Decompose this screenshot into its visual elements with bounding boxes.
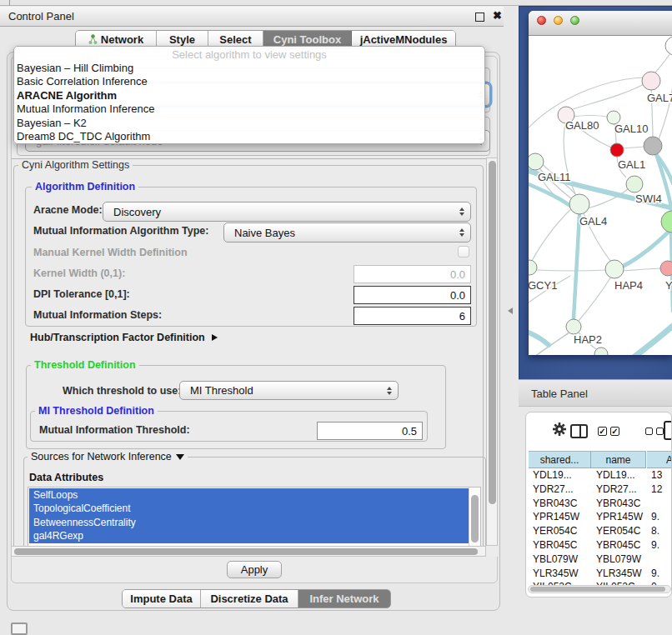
- table-cell[interactable]: YDR27...: [596, 482, 637, 497]
- vertical-scrollbar[interactable]: [486, 158, 498, 546]
- gear-icon[interactable]: [552, 422, 567, 437]
- table-cell[interactable]: YBL079W: [596, 552, 641, 567]
- page-icon[interactable]: [664, 421, 672, 440]
- table-cell[interactable]: YPR145W: [596, 510, 643, 524]
- network-edge[interactable]: [579, 277, 611, 321]
- aracne-mode-combo[interactable]: Discovery: [103, 202, 471, 222]
- split-collapse-arrow-icon[interactable]: [508, 308, 513, 314]
- mi-algorithm-type-combo[interactable]: Naive Bayes: [223, 222, 471, 242]
- table-cell[interactable]: YBR043C: [596, 497, 640, 511]
- network-edge[interactable]: [623, 268, 661, 271]
- network-window-titlebar[interactable]: [529, 11, 672, 36]
- table-cell[interactable]: YDL19...: [596, 468, 635, 482]
- hub-definition-toggle[interactable]: Hub/Transcription Factor Definition: [30, 332, 218, 343]
- table-cell[interactable]: YBL079W: [533, 552, 578, 567]
- node-swi4[interactable]: [626, 176, 643, 192]
- attribute-list-item[interactable]: BetweennessCentrality: [29, 516, 469, 529]
- apply-button[interactable]: Apply: [227, 561, 282, 578]
- attribute-list-item[interactable]: SelfLoops: [29, 488, 469, 502]
- node-label-gcy1: GCY1: [529, 279, 557, 292]
- dropdown-item[interactable]: Bayesian – Hill Climbing: [17, 62, 133, 75]
- table-cell[interactable]: YPR145W: [533, 510, 579, 524]
- tab-infer-network[interactable]: Infer Network: [298, 590, 390, 608]
- dpi-tolerance-input[interactable]: 0.0: [354, 286, 471, 304]
- network-edge-highlighted[interactable]: [622, 232, 668, 267]
- node-top-cut[interactable]: [665, 37, 672, 55]
- node-gcy1[interactable]: [529, 260, 537, 275]
- network-edge[interactable]: [570, 81, 650, 110]
- column-header-2[interactable]: name: [591, 451, 646, 468]
- mini-palette-icon[interactable]: [11, 622, 28, 635]
- node-hap4[interactable]: [605, 260, 624, 278]
- network-edge-highlighted[interactable]: [574, 215, 579, 318]
- app-root: Control Panel ✖ NetworkStyleSelectCyni T…: [0, 0, 672, 635]
- table-cell[interactable]: 12: [651, 482, 662, 497]
- node-gal1-red[interactable]: [610, 143, 624, 157]
- node-gal7[interactable]: [642, 72, 660, 90]
- float-window-icon[interactable]: [475, 12, 484, 22]
- close-traffic-light[interactable]: [537, 16, 546, 25]
- node-salmon[interactable]: [660, 261, 672, 276]
- table-cell[interactable]: 13: [651, 468, 662, 482]
- node-big-green[interactable]: [661, 211, 672, 232]
- dropdown-item[interactable]: Mutual Information Inference: [17, 102, 154, 116]
- column-header-1[interactable]: shared...: [529, 451, 591, 468]
- table-cell[interactable]: YLR345W: [596, 567, 642, 581]
- sources-title[interactable]: Sources for Network Inference: [28, 451, 188, 462]
- columns-icon[interactable]: [570, 424, 588, 438]
- checked-checkbox-icon[interactable]: ✓: [598, 427, 607, 436]
- network-edge[interactable]: [653, 53, 670, 75]
- table-cell[interactable]: YBR045C: [596, 538, 640, 552]
- table-cell[interactable]: YDR27...: [533, 482, 574, 497]
- table-cell[interactable]: YER054C: [596, 524, 640, 538]
- column-header-3[interactable]: A: [647, 451, 672, 468]
- network-canvas[interactable]: GAL7GAL80GAL10GAL1GAL11SWI4GAL4GCY1HAP4Y…: [529, 36, 672, 355]
- node-gal11[interactable]: [529, 153, 544, 170]
- node-gray[interactable]: [644, 137, 662, 155]
- network-edge[interactable]: [623, 147, 644, 148]
- network-edge[interactable]: [573, 116, 607, 118]
- list-scrollbar[interactable]: [469, 488, 480, 546]
- minimize-traffic-light[interactable]: [554, 16, 563, 25]
- table-cell[interactable]: 8.: [651, 524, 659, 538]
- close-icon[interactable]: ✖: [493, 9, 502, 22]
- dropdown-item[interactable]: Basic Correlation Inference: [17, 75, 148, 88]
- network-edge[interactable]: [532, 208, 572, 261]
- tab-discretize-data[interactable]: Discretize Data: [201, 590, 298, 608]
- table-cell[interactable]: YBR043C: [533, 497, 577, 511]
- node-hap2[interactable]: [566, 319, 581, 334]
- network-edge[interactable]: [536, 270, 606, 271]
- network-edge-highlighted[interactable]: [529, 332, 549, 345]
- node-gal4[interactable]: [569, 194, 589, 214]
- network-edge-highlighted[interactable]: [622, 326, 672, 355]
- dropdown-item[interactable]: Dream8 DC_TDC Algorithm: [17, 130, 150, 143]
- attribute-list-item[interactable]: gal4RGexp: [29, 529, 469, 542]
- dropdown-item[interactable]: ARACNE Algorithm: [17, 89, 117, 102]
- kernel-width-input[interactable]: 0.0: [354, 265, 471, 283]
- aracne-mode-label: Aracne Mode:: [33, 204, 103, 216]
- table-cell[interactable]: YBR045C: [533, 538, 577, 552]
- settings-viewport: Cyni Algorithm Settings Algorithm Defini…: [12, 158, 486, 546]
- table-cell[interactable]: YDL19...: [533, 468, 572, 482]
- zoom-traffic-light[interactable]: [570, 16, 579, 25]
- table-cell[interactable]: 9.: [651, 538, 659, 552]
- dropdown-item[interactable]: Bayesian – K2: [17, 117, 87, 130]
- network-edge[interactable]: [537, 332, 569, 355]
- mi-steps-input[interactable]: 6: [354, 307, 471, 325]
- table-cell[interactable]: YER054C: [533, 524, 577, 538]
- unchecked-checkbox-icon[interactable]: [645, 428, 653, 435]
- table-cell[interactable]: 9.: [651, 567, 659, 581]
- manual-kernel-width-checkbox[interactable]: [458, 246, 469, 258]
- data-attributes-list[interactable]: SelfLoopsTopologicalCoefficientBetweenne…: [28, 487, 481, 546]
- horizontal-scrollbar[interactable]: [11, 546, 486, 557]
- table-horizontal-scrollbar[interactable]: [528, 585, 671, 593]
- mi-threshold-input[interactable]: 0.5: [317, 422, 423, 440]
- table-cell[interactable]: YLR345W: [533, 567, 579, 581]
- attribute-list-item[interactable]: TopologicalCoefficient: [29, 502, 469, 515]
- network-window[interactable]: GAL7GAL80GAL10GAL1GAL11SWI4GAL4GCY1HAP4Y…: [529, 11, 672, 355]
- checked-checkbox-icon[interactable]: ✓: [610, 427, 619, 436]
- unchecked-checkbox-icon[interactable]: [656, 428, 664, 435]
- tab-impute-data[interactable]: Impute Data: [123, 590, 201, 608]
- which-threshold-combo[interactable]: MI Threshold: [179, 381, 399, 400]
- table-cell[interactable]: 9.: [651, 510, 659, 524]
